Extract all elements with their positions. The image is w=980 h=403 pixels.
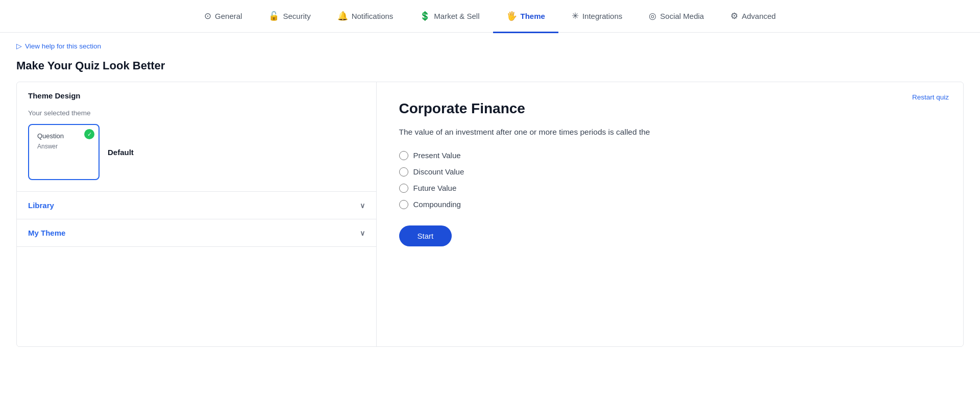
default-theme-name: Default bbox=[108, 148, 134, 157]
nav-item-theme[interactable]: 🖐 Theme bbox=[493, 1, 558, 33]
nav-label-integrations: Integrations bbox=[582, 12, 622, 20]
nav-label-notifications: Notifications bbox=[352, 12, 394, 20]
nav-label-security: Security bbox=[283, 12, 310, 20]
theme-options: Question Answer ✓ Default bbox=[28, 124, 365, 180]
top-nav: ⊙ General🔓 Security🔔 Notifications💲 Mark… bbox=[0, 0, 980, 33]
answer-option-2[interactable]: Future Value bbox=[399, 184, 941, 193]
nav-item-market-sell[interactable]: 💲 Market & Sell bbox=[406, 1, 493, 33]
library-section: Library ∨ bbox=[17, 192, 376, 219]
my-theme-label: My Theme bbox=[28, 229, 65, 237]
nav-label-social-media: Social Media bbox=[660, 12, 704, 20]
nav-label-theme: Theme bbox=[521, 12, 545, 20]
left-panel: Theme Design Your selected theme Questio… bbox=[17, 82, 377, 346]
card-answer-text: Answer bbox=[37, 143, 90, 150]
nav-icon-social-media: ◎ bbox=[649, 11, 656, 21]
nav-icon-integrations: ✳ bbox=[572, 11, 579, 21]
page-title: Make Your Quiz Look Better bbox=[16, 59, 964, 72]
nav-item-security[interactable]: 🔓 Security bbox=[255, 1, 324, 33]
quiz-question: The value of an investment after one or … bbox=[399, 126, 665, 139]
answer-label-3: Compounding bbox=[413, 200, 461, 209]
my-theme-header[interactable]: My Theme ∨ bbox=[17, 219, 376, 246]
right-panel: Restart quiz Corporate Finance The value… bbox=[377, 82, 963, 346]
answer-radio-1[interactable] bbox=[399, 167, 408, 177]
answer-label-2: Future Value bbox=[413, 184, 457, 192]
nav-label-general: General bbox=[215, 12, 242, 20]
nav-label-advanced: Advanced bbox=[742, 12, 776, 20]
play-icon: ▷ bbox=[16, 42, 22, 50]
library-header[interactable]: Library ∨ bbox=[17, 192, 376, 219]
my-theme-section: My Theme ∨ bbox=[17, 219, 376, 247]
answer-radio-0[interactable] bbox=[399, 151, 408, 160]
start-button[interactable]: Start bbox=[399, 225, 452, 246]
nav-icon-theme: 🖐 bbox=[506, 11, 517, 21]
nav-item-notifications[interactable]: 🔔 Notifications bbox=[324, 1, 407, 33]
nav-icon-advanced: ⚙ bbox=[730, 11, 738, 21]
theme-design-header: Theme Design bbox=[17, 82, 376, 109]
answer-options: Present Value Discount Value Future Valu… bbox=[399, 151, 941, 209]
nav-item-general[interactable]: ⊙ General bbox=[191, 1, 255, 33]
answer-option-0[interactable]: Present Value bbox=[399, 151, 941, 160]
content-area: Theme Design Your selected theme Questio… bbox=[16, 82, 964, 347]
nav-item-social-media[interactable]: ◎ Social Media bbox=[635, 1, 717, 33]
theme-design-section: Theme Design Your selected theme Questio… bbox=[17, 82, 376, 192]
nav-icon-market-sell: 💲 bbox=[420, 11, 430, 21]
library-label: Library bbox=[28, 201, 54, 210]
card-question-text: Question bbox=[37, 132, 90, 140]
nav-icon-general: ⊙ bbox=[204, 11, 211, 21]
nav-item-integrations[interactable]: ✳ Integrations bbox=[558, 1, 635, 33]
restart-quiz-button[interactable]: Restart quiz bbox=[912, 93, 949, 101]
answer-option-3[interactable]: Compounding bbox=[399, 200, 941, 209]
library-chevron-icon: ∨ bbox=[360, 202, 365, 210]
nav-icon-notifications: 🔔 bbox=[337, 11, 348, 21]
my-theme-chevron-icon: ∨ bbox=[360, 229, 365, 237]
answer-label-1: Discount Value bbox=[413, 167, 464, 176]
answer-option-1[interactable]: Discount Value bbox=[399, 167, 941, 177]
answer-radio-2[interactable] bbox=[399, 184, 408, 193]
help-link[interactable]: ▷ View help for this section bbox=[16, 42, 964, 50]
answer-label-0: Present Value bbox=[413, 151, 461, 160]
theme-design-body: Your selected theme Question Answer ✓ De… bbox=[17, 109, 376, 191]
nav-label-market-sell: Market & Sell bbox=[434, 12, 479, 20]
default-theme-card[interactable]: Question Answer ✓ bbox=[28, 124, 100, 180]
answer-radio-3[interactable] bbox=[399, 200, 408, 209]
nav-icon-security: 🔓 bbox=[268, 11, 279, 21]
nav-item-advanced[interactable]: ⚙ Advanced bbox=[717, 1, 789, 33]
main-content: ▷ View help for this section Make Your Q… bbox=[0, 33, 980, 356]
theme-selected-check: ✓ bbox=[84, 129, 94, 139]
selected-theme-label: Your selected theme bbox=[28, 109, 365, 117]
quiz-title: Corporate Finance bbox=[399, 100, 941, 117]
